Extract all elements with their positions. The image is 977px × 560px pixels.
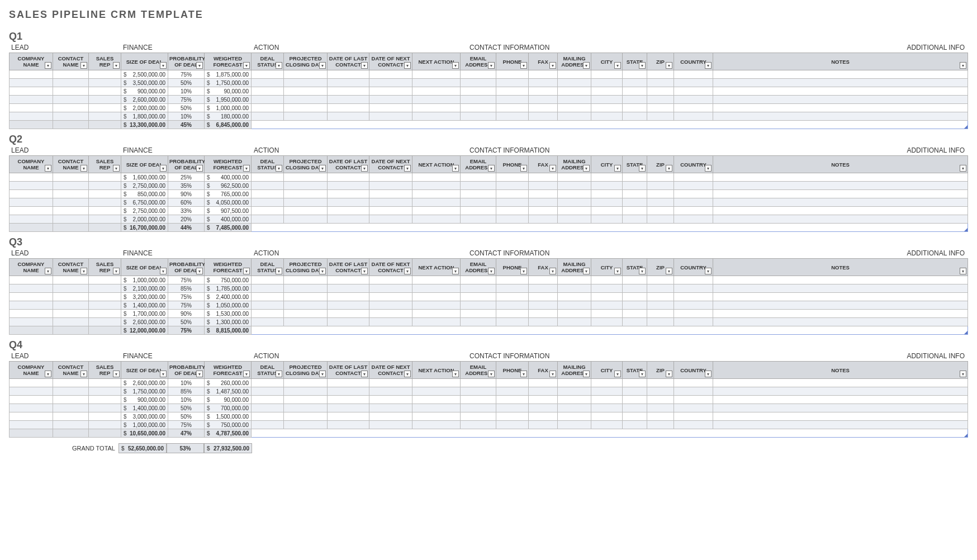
- empty-cell[interactable]: [529, 396, 558, 404]
- filter-dropdown-icon[interactable]: [276, 371, 282, 377]
- money-cell[interactable]: $1,875,000.00: [205, 70, 252, 79]
- empty-cell[interactable]: [10, 190, 53, 198]
- filter-dropdown-icon[interactable]: [160, 165, 167, 172]
- empty-cell[interactable]: [252, 182, 284, 190]
- empty-cell[interactable]: [558, 387, 591, 396]
- empty-cell[interactable]: [529, 404, 558, 412]
- money-cell[interactable]: $260,000.00: [205, 379, 252, 387]
- column-header[interactable]: DATE OF NEXT CONTACT: [369, 259, 412, 276]
- money-cell[interactable]: $2,750,000.00: [121, 182, 168, 190]
- percent-cell[interactable]: 90%: [168, 190, 205, 198]
- money-cell[interactable]: $4,050,000.00: [205, 198, 252, 207]
- empty-cell[interactable]: [529, 284, 558, 293]
- empty-cell[interactable]: [496, 396, 529, 404]
- empty-cell[interactable]: [647, 207, 674, 215]
- filter-dropdown-icon[interactable]: [404, 165, 411, 172]
- empty-cell[interactable]: [252, 396, 284, 404]
- empty-cell[interactable]: [53, 224, 89, 232]
- empty-cell[interactable]: [284, 104, 328, 112]
- column-header[interactable]: FAX: [529, 259, 558, 276]
- empty-cell[interactable]: [461, 112, 496, 121]
- empty-cell[interactable]: [284, 112, 328, 121]
- empty-cell[interactable]: [713, 293, 968, 301]
- empty-cell[interactable]: [53, 396, 89, 404]
- empty-cell[interactable]: [529, 190, 558, 198]
- resize-handle-icon[interactable]: [964, 125, 967, 129]
- empty-cell[interactable]: [674, 182, 713, 190]
- filter-dropdown-icon[interactable]: [666, 268, 672, 274]
- empty-cell[interactable]: [412, 104, 461, 112]
- empty-cell[interactable]: [713, 215, 968, 224]
- empty-cell[interactable]: [53, 387, 89, 396]
- money-cell[interactable]: $90,000.00: [205, 396, 252, 404]
- resize-handle-icon[interactable]: [964, 331, 967, 334]
- empty-cell[interactable]: [713, 190, 968, 198]
- empty-cell[interactable]: [558, 79, 591, 87]
- money-cell[interactable]: $7,485,000.00: [205, 224, 252, 232]
- empty-cell[interactable]: [369, 173, 412, 182]
- empty-cell[interactable]: [53, 215, 89, 224]
- money-cell[interactable]: $900,000.00: [121, 87, 168, 96]
- empty-cell[interactable]: [529, 421, 558, 429]
- percent-cell[interactable]: 75%: [168, 301, 205, 310]
- empty-cell[interactable]: [674, 421, 713, 429]
- empty-cell[interactable]: [591, 310, 623, 318]
- empty-cell[interactable]: [674, 412, 713, 421]
- empty-cell[interactable]: [558, 207, 591, 215]
- empty-cell[interactable]: [53, 412, 89, 421]
- empty-cell[interactable]: [89, 293, 121, 301]
- empty-cell[interactable]: [328, 404, 369, 412]
- money-cell[interactable]: $1,600,000.00: [121, 173, 168, 182]
- empty-cell[interactable]: [461, 79, 496, 87]
- empty-cell[interactable]: [53, 276, 89, 284]
- money-cell[interactable]: $750,000.00: [205, 276, 252, 284]
- empty-cell[interactable]: [713, 112, 968, 121]
- empty-cell[interactable]: [529, 293, 558, 301]
- money-cell[interactable]: $2,600,000.00: [121, 318, 168, 326]
- empty-cell[interactable]: [496, 215, 529, 224]
- empty-cell[interactable]: [591, 284, 623, 293]
- empty-cell[interactable]: [412, 387, 461, 396]
- empty-cell[interactable]: [53, 326, 89, 335]
- empty-cell[interactable]: [412, 396, 461, 404]
- subtotal-notes[interactable]: [252, 224, 968, 232]
- column-header[interactable]: PROBABILITY OF DEAL: [168, 156, 205, 173]
- empty-cell[interactable]: [412, 198, 461, 207]
- column-header[interactable]: PHONE: [496, 156, 529, 173]
- percent-cell[interactable]: 47%: [168, 429, 205, 438]
- empty-cell[interactable]: [647, 318, 674, 326]
- empty-cell[interactable]: [284, 87, 328, 96]
- empty-cell[interactable]: [647, 404, 674, 412]
- empty-cell[interactable]: [674, 387, 713, 396]
- column-header[interactable]: STATE: [623, 362, 647, 379]
- money-cell[interactable]: $400,000.00: [205, 215, 252, 224]
- column-header[interactable]: DATE OF LAST CONTACT: [328, 156, 369, 173]
- empty-cell[interactable]: [10, 70, 53, 79]
- empty-cell[interactable]: [328, 396, 369, 404]
- empty-cell[interactable]: [623, 173, 647, 182]
- money-cell[interactable]: $765,000.00: [205, 190, 252, 198]
- empty-cell[interactable]: [647, 276, 674, 284]
- empty-cell[interactable]: [674, 284, 713, 293]
- empty-cell[interactable]: [369, 112, 412, 121]
- empty-cell[interactable]: [10, 224, 53, 232]
- filter-dropdown-icon[interactable]: [520, 371, 527, 377]
- empty-cell[interactable]: [591, 396, 623, 404]
- empty-cell[interactable]: [529, 182, 558, 190]
- empty-cell[interactable]: [89, 198, 121, 207]
- percent-cell[interactable]: 85%: [168, 387, 205, 396]
- column-header[interactable]: EMAIL ADDRESS: [461, 53, 496, 70]
- empty-cell[interactable]: [496, 173, 529, 182]
- money-cell[interactable]: $750,000.00: [205, 421, 252, 429]
- empty-cell[interactable]: [53, 70, 89, 79]
- empty-cell[interactable]: [496, 301, 529, 310]
- column-header[interactable]: COUNTRY: [674, 53, 713, 70]
- column-header[interactable]: COMPANY NAME: [10, 362, 53, 379]
- filter-dropdown-icon[interactable]: [196, 371, 203, 377]
- empty-cell[interactable]: [558, 396, 591, 404]
- empty-cell[interactable]: [623, 215, 647, 224]
- empty-cell[interactable]: [496, 79, 529, 87]
- empty-cell[interactable]: [284, 207, 328, 215]
- percent-cell[interactable]: 50%: [168, 318, 205, 326]
- column-header[interactable]: DATE OF LAST CONTACT: [328, 53, 369, 70]
